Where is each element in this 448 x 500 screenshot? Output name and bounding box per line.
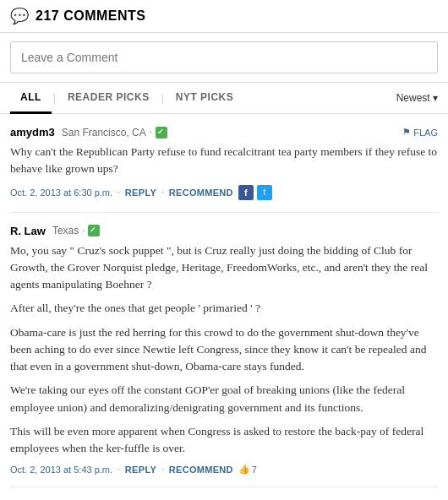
comment-footer-2: Oct. 2, 2013 at 5:43 p.m. · REPLY · RECO… bbox=[10, 464, 438, 475]
comment-para-2-1: After all, they're the ones that get peo… bbox=[10, 300, 438, 317]
comment-author-1: amydm3 bbox=[10, 126, 55, 139]
comments-list: amydm3 San Francisco, CA · ⚑ FLAG Why ca… bbox=[0, 114, 448, 487]
flag-label-1: FLAG bbox=[413, 128, 438, 138]
comment-location-1: San Francisco, CA bbox=[62, 127, 146, 139]
sort-control[interactable]: Newest ▾ bbox=[396, 92, 438, 104]
recommend-count-2: 👍 7 bbox=[238, 464, 257, 475]
comment-meta-2: R. Law Texas · bbox=[10, 225, 438, 237]
footer-dot-2b: · bbox=[161, 465, 164, 474]
twitter-icon-1[interactable]: t bbox=[257, 185, 272, 200]
comments-title: 217 COMMENTS bbox=[36, 8, 145, 24]
recommend-button-1[interactable]: RECOMMEND bbox=[169, 188, 233, 198]
comment-para-2-3: We're taking our eyes off the constant G… bbox=[10, 382, 438, 416]
tab-all[interactable]: ALL bbox=[10, 83, 52, 114]
footer-dot-1b: · bbox=[161, 188, 164, 197]
comments-icon: 💬 bbox=[10, 7, 29, 25]
tabs-bar: ALL | READER PICKS | NYT PICKS Newest ▾ bbox=[0, 83, 448, 114]
tab-reader-picks[interactable]: READER PICKS bbox=[57, 83, 160, 114]
recommend-button-2[interactable]: RECOMMEND bbox=[169, 465, 233, 475]
recommend-number-2: 7 bbox=[252, 465, 257, 475]
comments-header: 💬 217 COMMENTS bbox=[0, 0, 448, 33]
comment-date-2: Oct. 2, 2013 at 5:43 p.m. bbox=[10, 465, 112, 475]
comment-2: R. Law Texas · Mo, you say " Cruz's sock… bbox=[10, 213, 438, 488]
comment-para-2-4: This will be even more apparent when Con… bbox=[10, 423, 438, 458]
social-icons-1: f t bbox=[238, 185, 272, 200]
comment-dot-1: · bbox=[150, 126, 152, 139]
verified-badge-2 bbox=[88, 225, 100, 236]
comment-body-2: Mo, you say " Cruz's sock puppet ", but … bbox=[10, 242, 438, 458]
comment-footer-1: Oct. 2, 2013 at 6:30 p.m. · REPLY · RECO… bbox=[10, 185, 438, 200]
flag-icon-1: ⚑ bbox=[402, 127, 411, 138]
comment-body-1: Why can't the Republican Party refuse to… bbox=[10, 144, 438, 178]
footer-dot-1a: · bbox=[117, 188, 120, 197]
comment-meta-1: amydm3 San Francisco, CA · ⚑ FLAG bbox=[10, 126, 438, 139]
comment-location-2: Texas bbox=[52, 225, 79, 236]
footer-dot-2a: · bbox=[117, 465, 120, 474]
facebook-icon-1[interactable]: f bbox=[238, 185, 254, 200]
comment-para-2-2: Obama-care is just the red herring for t… bbox=[10, 324, 438, 376]
comment-date-1: Oct. 2, 2013 at 6:30 p.m. bbox=[10, 188, 112, 198]
comment-author-2: R. Law bbox=[10, 225, 46, 237]
verified-badge-1 bbox=[156, 127, 167, 139]
comment-dot-2: · bbox=[82, 225, 85, 237]
comment-input[interactable] bbox=[10, 41, 438, 73]
comment-para-2-0: Mo, you say " Cruz's sock puppet ", but … bbox=[10, 242, 438, 294]
tab-divider-2: | bbox=[160, 92, 166, 104]
comment-para-1-0: Why can't the Republican Party refuse to… bbox=[10, 144, 438, 178]
reply-button-2[interactable]: REPLY bbox=[125, 465, 156, 475]
tab-divider-1: | bbox=[52, 92, 57, 104]
thumbs-icon-2: 👍 bbox=[238, 464, 250, 475]
reply-button-1[interactable]: REPLY bbox=[125, 188, 156, 198]
comment-1: amydm3 San Francisco, CA · ⚑ FLAG Why ca… bbox=[10, 114, 438, 213]
flag-button-1[interactable]: ⚑ FLAG bbox=[402, 127, 438, 138]
tab-nyt-picks[interactable]: NYT PICKS bbox=[166, 83, 244, 114]
comment-input-wrap bbox=[0, 33, 448, 83]
